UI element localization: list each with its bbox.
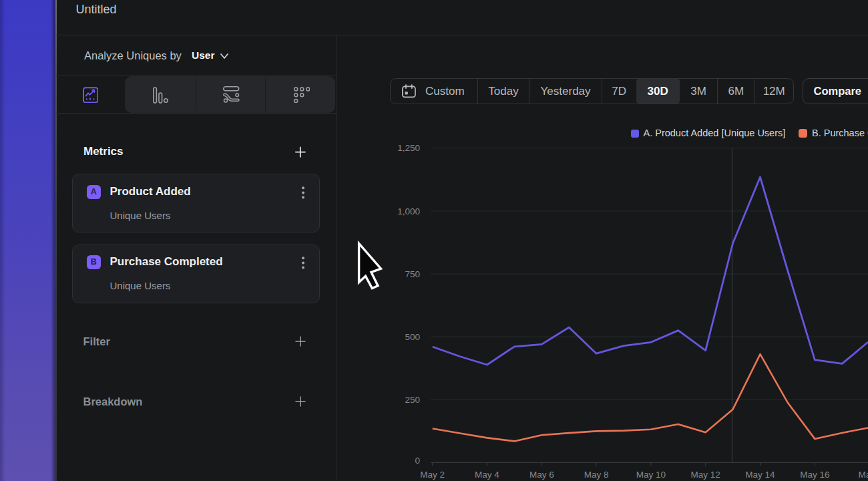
svg-text:May 14: May 14 [745, 470, 775, 480]
svg-text:250: 250 [405, 395, 420, 405]
svg-text:Ma: Ma [859, 470, 868, 480]
svg-text:May 16: May 16 [800, 470, 829, 480]
svg-text:May 12: May 12 [691, 470, 720, 480]
svg-text:500: 500 [405, 332, 420, 342]
svg-text:0: 0 [415, 456, 420, 466]
svg-text:750: 750 [405, 269, 420, 279]
svg-text:May 8: May 8 [584, 470, 609, 480]
svg-text:1,250: 1,250 [397, 143, 420, 153]
svg-text:May 4: May 4 [475, 470, 499, 480]
svg-text:May 6: May 6 [529, 470, 554, 480]
svg-text:May 10: May 10 [636, 470, 666, 480]
svg-text:1,000: 1,000 [397, 206, 420, 216]
svg-text:May 2: May 2 [420, 470, 445, 480]
